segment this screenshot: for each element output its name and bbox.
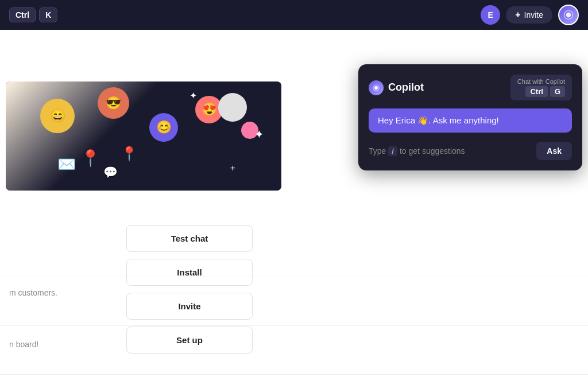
moon-decoration bbox=[218, 93, 247, 122]
suggestions-hint: to get suggestions bbox=[400, 146, 465, 156]
avatar-3: 😊 bbox=[149, 113, 178, 142]
copilot-header: Copilot Chat with Copilot Ctrl G bbox=[369, 75, 572, 100]
divider-1 bbox=[0, 277, 588, 277]
mail-icon: ✉️ bbox=[57, 156, 76, 173]
install-button[interactable]: Install bbox=[126, 259, 253, 286]
invite-page-button[interactable]: Invite bbox=[126, 293, 253, 320]
location-pin-icon: 📍 bbox=[80, 149, 100, 168]
divider-3 bbox=[0, 374, 588, 375]
customers-label: m customers. bbox=[9, 288, 57, 297]
ask-button[interactable]: Ask bbox=[536, 142, 572, 160]
g-shortcut-key: G bbox=[550, 86, 565, 97]
copilot-input-hint: Type / to get suggestions bbox=[369, 146, 531, 156]
top-bar: Ctrl K E + Invite bbox=[0, 0, 588, 30]
hero-banner: 😄 😎 😊 😍 📍 📍 ✉️ 💬 ✦ ✦ + bbox=[6, 81, 281, 191]
star-1-icon: ✦ bbox=[189, 90, 197, 101]
test-chat-button[interactable]: Test chat bbox=[126, 225, 253, 252]
set-up-button[interactable]: Set up bbox=[126, 327, 253, 354]
shortcut-label-text: Chat with Copilot bbox=[517, 78, 565, 85]
copilot-title-area: Copilot bbox=[369, 80, 424, 95]
divider-2 bbox=[0, 325, 588, 326]
keyboard-shortcut-display: Ctrl K bbox=[9, 7, 57, 22]
location-pin-2-icon: 📍 bbox=[121, 146, 138, 162]
slash-badge: / bbox=[388, 146, 397, 156]
star-3-icon: + bbox=[230, 163, 235, 173]
k-key: K bbox=[39, 7, 57, 22]
action-buttons-list: Test chat Install Invite Set up bbox=[126, 225, 253, 360]
shortcut-keys-display: Ctrl G bbox=[525, 86, 565, 97]
avatar-1: 😄 bbox=[40, 99, 75, 133]
copilot-panel-icon bbox=[369, 80, 384, 95]
top-bar-right-actions: E + Invite bbox=[481, 5, 579, 25]
onboard-label: n board! bbox=[9, 340, 38, 349]
svg-point-2 bbox=[374, 86, 378, 90]
copilot-input-area: Type / to get suggestions Ask bbox=[369, 142, 572, 160]
star-2-icon: ✦ bbox=[254, 127, 264, 141]
ctrl-shortcut-key: Ctrl bbox=[525, 86, 547, 97]
plus-icon: + bbox=[515, 10, 520, 20]
main-content: 😄 😎 😊 😍 📍 📍 ✉️ 💬 ✦ ✦ + Test chat Install… bbox=[0, 30, 588, 392]
user-avatar[interactable]: E bbox=[481, 5, 500, 25]
invite-button[interactable]: + Invite bbox=[506, 6, 552, 24]
avatar-2: 😎 bbox=[98, 87, 129, 119]
chat-bubble-icon: 💬 bbox=[103, 165, 118, 179]
copilot-greeting-message: Hey Erica 👋. Ask me anything! bbox=[369, 108, 572, 133]
svg-point-0 bbox=[566, 13, 571, 17]
copilot-shortcut-hint: Chat with Copilot Ctrl G bbox=[510, 75, 572, 100]
copilot-panel: Copilot Chat with Copilot Ctrl G Hey Eri… bbox=[358, 64, 582, 170]
type-label: Type bbox=[369, 146, 386, 156]
copilot-launcher-button[interactable] bbox=[558, 5, 579, 25]
ctrl-key: Ctrl bbox=[9, 7, 36, 22]
copilot-panel-title: Copilot bbox=[388, 81, 424, 94]
copilot-icon bbox=[563, 9, 574, 21]
